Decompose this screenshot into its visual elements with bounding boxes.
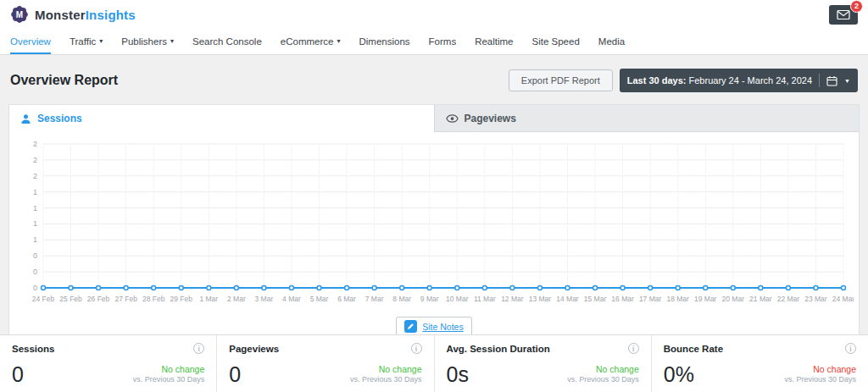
svg-text:10 Mar: 10 Mar [446,295,469,303]
export-pdf-button[interactable]: Export PDF Report [509,69,613,91]
svg-text:2: 2 [33,172,37,180]
svg-text:3 Mar: 3 Mar [255,295,274,303]
content-area: Overview Report Export PDF Report Last 3… [0,55,868,347]
svg-text:13 Mar: 13 Mar [529,295,552,303]
main-nav: Overview Traffic ▾ Publishers ▾ Search C… [0,29,868,55]
stat-card-pageviews: Pageviews i 0 No change vs. Previous 30 … [216,335,433,392]
stat-comparison-label: vs. Previous 30 Days [133,375,205,385]
top-bar: M MonsterInsights 2 [0,0,868,29]
summary-stats-bar: Sessions i 0 No change vs. Previous 30 D… [0,334,868,392]
info-icon[interactable]: i [193,343,204,354]
svg-text:1 Mar: 1 Mar [199,295,218,303]
svg-text:19 Mar: 19 Mar [694,295,717,303]
envelope-icon [837,9,850,20]
nav-item-realtime[interactable]: Realtime [475,29,513,54]
svg-text:12 Mar: 12 Mar [501,295,524,303]
divider [819,74,820,87]
svg-text:24 Mar: 24 Mar [832,295,854,303]
eye-icon [446,114,459,123]
nav-item-ecommerce[interactable]: eCommerce ▾ [281,29,341,54]
tab-pageviews[interactable]: Pageviews [434,105,860,132]
chart-tabs: Sessions Pageviews [9,105,859,132]
stat-card-avg-session-duration: Avg. Session Duration i 0s No change vs.… [434,335,651,392]
tab-label: Pageviews [465,113,516,124]
date-range-button[interactable]: Last 30 days: February 24 - March 24, 20… [620,69,858,92]
stat-value: 0 [12,364,24,385]
calendar-icon [826,75,837,86]
svg-text:23 Mar: 23 Mar [804,295,827,303]
notifications-inbox-button[interactable]: 2 [829,5,858,25]
nav-item-label: eCommerce [281,36,334,47]
nav-item-search-console[interactable]: Search Console [192,29,262,54]
svg-text:5 Mar: 5 Mar [310,295,329,303]
info-icon[interactable]: i [845,343,856,354]
site-notes-button[interactable]: Site Notes [396,317,471,336]
stat-change: No change [784,364,856,376]
nav-item-label: Publishers [121,36,167,47]
svg-text:21 Mar: 21 Mar [749,295,772,303]
report-actions: Export PDF Report Last 30 days: February… [509,69,858,92]
svg-text:16 Mar: 16 Mar [611,295,634,303]
nav-item-dimensions[interactable]: Dimensions [359,29,409,54]
pencil-icon [404,320,417,333]
notification-count-badge: 2 [850,0,863,13]
svg-text:1: 1 [33,204,37,213]
svg-text:1: 1 [33,235,37,244]
stat-change: No change [133,364,205,376]
svg-text:0: 0 [33,268,37,276]
nav-item-label: Traffic [70,36,96,47]
report-header: Overview Report Export PDF Report Last 3… [10,69,858,92]
svg-text:1: 1 [33,188,37,196]
nav-item-label: Overview [10,36,51,47]
nav-item-forms[interactable]: Forms [429,29,457,54]
nav-item-site-speed[interactable]: Site Speed [532,29,580,54]
stat-value: 0 [229,364,241,385]
svg-text:8 Mar: 8 Mar [392,295,411,303]
svg-text:0: 0 [33,251,37,260]
svg-text:15 Mar: 15 Mar [584,295,607,303]
nav-item-traffic[interactable]: Traffic ▾ [70,29,103,54]
svg-text:28 Feb: 28 Feb [142,295,165,303]
stat-title: Pageviews [229,344,279,354]
svg-text:0: 0 [33,284,37,292]
stat-change: No change [567,364,639,376]
svg-text:4 Mar: 4 Mar [282,295,301,303]
svg-text:2: 2 [33,156,37,164]
chevron-down-icon: ▾ [99,38,103,45]
stat-card-bounce-rate: Bounce Rate i 0% No change vs. Previous … [651,335,868,392]
stat-title: Sessions [12,344,55,354]
stat-comparison-label: vs. Previous 30 Days [784,375,856,385]
svg-text:11 Mar: 11 Mar [474,295,496,303]
nav-item-media[interactable]: Media [598,29,625,54]
monsterinsights-logo-icon: M [10,5,29,24]
svg-text:M: M [16,10,23,19]
svg-text:2 Mar: 2 Mar [227,295,246,303]
svg-text:20 Mar: 20 Mar [722,295,745,303]
svg-text:26 Feb: 26 Feb [87,295,110,303]
nav-item-label: Media [598,36,625,47]
info-icon[interactable]: i [628,343,639,354]
tab-sessions[interactable]: Sessions [9,105,434,132]
chart-area: 222111100024 Feb25 Feb26 Feb27 Feb28 Feb… [9,132,859,312]
info-icon[interactable]: i [411,343,422,354]
svg-text:22 Mar: 22 Mar [777,295,800,303]
nav-item-label: Realtime [475,36,513,47]
nav-item-label: Forms [429,36,457,47]
stat-comparison-label: vs. Previous 30 Days [567,375,639,385]
chevron-down-icon: ▾ [337,38,340,45]
stat-title: Bounce Rate [664,344,723,354]
brand-name: MonsterInsights [35,8,136,22]
svg-text:1: 1 [33,219,37,228]
tab-label: Sessions [37,113,82,124]
stat-change: No change [350,364,422,376]
nav-item-label: Search Console [192,36,262,47]
nav-item-overview[interactable]: Overview [10,29,51,54]
svg-text:17 Mar: 17 Mar [639,295,662,303]
page-title: Overview Report [10,73,118,88]
nav-item-publishers[interactable]: Publishers ▾ [121,29,174,54]
stat-value: 0% [664,364,694,385]
site-notes-link[interactable]: Site Notes [422,322,463,332]
svg-text:14 Mar: 14 Mar [556,295,579,303]
overview-chart-panel: Sessions Pageviews 222111100024 Feb25 Fe… [8,104,860,347]
sessions-line-chart: 222111100024 Feb25 Feb26 Feb27 Feb28 Feb… [14,139,854,308]
